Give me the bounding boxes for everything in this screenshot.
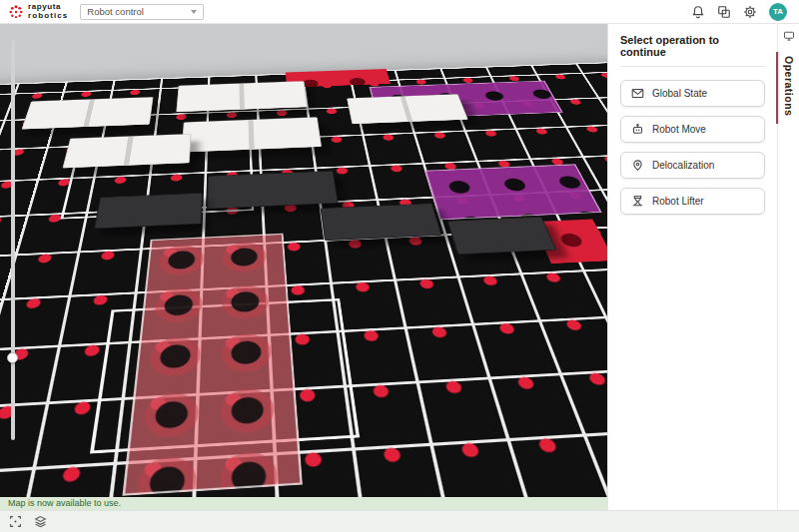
bottom-bar <box>0 510 799 532</box>
location-pin-icon <box>631 159 644 172</box>
rack-dark <box>447 217 557 255</box>
rack-dark <box>94 193 203 229</box>
rapyuta-logo-icon <box>8 4 24 20</box>
rack-white <box>181 118 322 153</box>
robot-icon <box>631 123 644 136</box>
brand-logo: rapyuta robotics <box>8 3 68 20</box>
fit-view-icon[interactable] <box>9 515 22 528</box>
brand-line2: robotics <box>28 12 68 21</box>
bell-icon[interactable] <box>691 5 705 19</box>
rack-white <box>62 134 191 169</box>
app-root: rapyuta robotics Robot control <box>0 0 799 532</box>
top-bar-actions: TA <box>691 3 791 21</box>
restricted-zone-pink <box>122 234 303 496</box>
avatar[interactable]: TA <box>769 3 787 21</box>
active-tab-accent <box>776 52 778 124</box>
robot-lifter-label: Robot Lifter <box>652 196 704 207</box>
zone-purple <box>424 165 602 221</box>
delocalization-label: Delocalization <box>652 160 714 171</box>
side-tab-strip: Operations <box>777 24 799 510</box>
zoom-slider-track[interactable] <box>11 40 15 440</box>
rack-white <box>347 94 468 124</box>
map-viewport[interactable]: Map is now available to use. <box>0 24 607 510</box>
tab-operations[interactable]: Operations <box>783 54 795 122</box>
global-state-label: Global State <box>652 88 707 99</box>
zoom-slider-knob[interactable] <box>7 352 18 363</box>
robot-lifter-button[interactable]: Robot Lifter <box>620 188 765 215</box>
operations-panel: Select operation to continue Global Stat… <box>607 24 777 510</box>
global-state-button[interactable]: Global State <box>620 80 765 107</box>
zoom-slider[interactable] <box>6 40 20 440</box>
mode-select-value: Robot control <box>87 6 144 17</box>
gear-icon[interactable] <box>743 5 757 19</box>
apps-icon[interactable] <box>717 5 731 19</box>
warehouse-floor <box>0 62 607 510</box>
tab-operations-label: Operations <box>783 56 795 116</box>
top-bar: rapyuta robotics Robot control <box>0 0 799 24</box>
map-scene <box>0 24 607 510</box>
robot-move-label: Robot Move <box>652 124 706 135</box>
chevron-down-icon <box>191 10 197 14</box>
lifter-icon <box>631 195 644 208</box>
panel-title: Select operation to continue <box>620 34 765 67</box>
rack-dark <box>207 171 339 209</box>
monitor-icon[interactable] <box>783 30 795 42</box>
rack-white <box>176 81 308 112</box>
delocalization-button[interactable]: Delocalization <box>620 152 765 179</box>
rack-white <box>21 97 153 130</box>
layers-icon[interactable] <box>34 515 47 528</box>
mode-select[interactable]: Robot control <box>80 4 204 20</box>
brand-text: rapyuta robotics <box>28 3 68 20</box>
rack-dark <box>321 204 442 242</box>
mail-icon <box>631 87 644 100</box>
status-message: Map is now available to use. <box>0 497 607 510</box>
robot-move-button[interactable]: Robot Move <box>620 116 765 143</box>
